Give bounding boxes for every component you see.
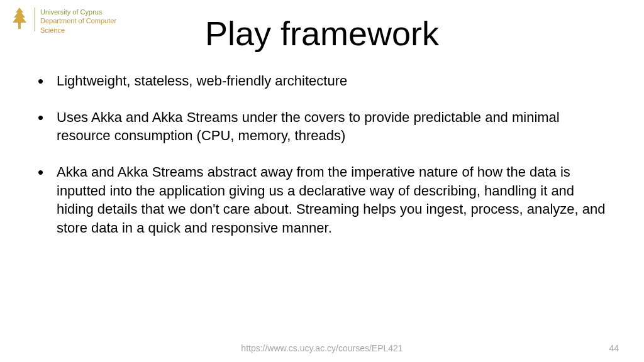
logo-department-2: Science [40,26,116,35]
slide-footer: https://www.cs.ucy.ac.cy/courses/EPL421 … [0,343,644,353]
logo-department-1: Department of Computer [40,16,116,25]
bullet-item: Akka and Akka Streams abstract away from… [38,163,606,238]
page-number: 44 [609,343,619,353]
logo-divider [35,8,35,31]
footer-url: https://www.cs.ucy.ac.cy/courses/EPL421 [241,343,402,353]
logo-university: University of Cyprus [40,8,116,16]
bullet-list: Lightweight, stateless, web-friendly arc… [38,72,606,238]
logo-text: University of Cyprus Department of Compu… [40,6,116,35]
bullet-item: Lightweight, stateless, web-friendly arc… [38,72,606,90]
institution-logo: University of Cyprus Department of Compu… [9,6,116,35]
tree-icon [9,6,30,34]
bullet-item: Uses Akka and Akka Streams under the cov… [38,108,606,145]
slide-content: Lightweight, stateless, web-friendly arc… [0,72,644,238]
